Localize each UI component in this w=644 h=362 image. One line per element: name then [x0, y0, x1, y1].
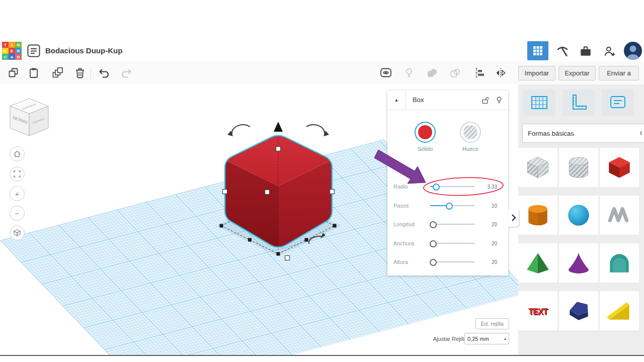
shape-roof[interactable] — [600, 243, 639, 283]
list-icon — [27, 44, 40, 57]
snap-grid-value: 0,25 mm — [467, 336, 489, 342]
radius-value[interactable]: 3.33 — [477, 177, 497, 196]
edit-grid-button[interactable]: Ed. rejilla — [475, 318, 509, 329]
slider-row-steps: Pasos 10 — [387, 197, 508, 216]
import-button[interactable]: Importar — [518, 66, 555, 80]
mirror-button[interactable] — [492, 64, 509, 81]
shape-category-select[interactable]: Formas básicas ▲▼ — [522, 124, 644, 143]
shape-category-value: Formas básicas — [528, 130, 574, 137]
height-cone-handle — [274, 122, 283, 132]
slider-row-length: Longitud 20 — [387, 215, 508, 234]
shape-cylinder-hole[interactable] — [559, 148, 598, 187]
light-toggle-button[interactable] — [400, 64, 418, 81]
collapse-inspector-button[interactable]: ▲ — [387, 90, 406, 110]
steps-slider[interactable] — [430, 205, 474, 206]
paste-button[interactable] — [25, 64, 42, 81]
shape-wedge[interactable] — [600, 291, 639, 330]
shape-box[interactable] — [600, 148, 639, 187]
export-button[interactable]: Exportar — [558, 66, 596, 80]
dropdown-arrow-icon: ▴ — [504, 336, 506, 341]
hole-option[interactable]: Hueco — [450, 122, 491, 152]
hide-shape-button[interactable] — [495, 96, 503, 104]
height-slider[interactable] — [430, 261, 474, 262]
notes-tool-button[interactable] — [602, 89, 634, 116]
height-slider-handle[interactable] — [430, 259, 437, 266]
radius-slider-handle[interactable] — [433, 184, 440, 191]
width-slider[interactable] — [430, 243, 474, 244]
length-slider[interactable] — [430, 224, 474, 225]
pickaxe-icon — [556, 45, 569, 58]
ungroup-button[interactable] — [447, 64, 464, 81]
eye-icon — [379, 67, 392, 79]
logo-letter: E — [9, 48, 15, 54]
tinkercad-logo[interactable]: T I N K E R C A D — [2, 42, 22, 60]
wedge-icon — [605, 297, 633, 325]
group-button[interactable] — [424, 64, 441, 81]
hole-radio[interactable] — [460, 122, 481, 143]
steps-slider-handle[interactable] — [446, 203, 453, 210]
inspector-header: ▲ Box — [387, 90, 508, 110]
briefcase-icon — [579, 45, 592, 58]
copy-button[interactable] — [5, 64, 22, 81]
shape-box-hole[interactable] — [518, 148, 557, 187]
classes-button[interactable] — [579, 44, 593, 58]
scribble-icon — [605, 201, 633, 229]
select-arrows-icon: ▲▼ — [639, 131, 642, 136]
trash-icon — [74, 67, 86, 79]
duplicate-button[interactable] — [49, 64, 66, 81]
collapse-shapes-panel-button[interactable] — [508, 209, 519, 227]
length-slider-handle[interactable] — [430, 221, 437, 228]
snap-grid-label: Ajustar Rejilla — [433, 334, 467, 344]
shape-polygon[interactable] — [559, 291, 598, 330]
blocks-editor-button[interactable] — [555, 44, 570, 58]
shape-pyramid[interactable] — [518, 243, 557, 283]
pyramid-icon — [524, 249, 552, 277]
align-icon — [473, 67, 486, 79]
dashboard-grid-button[interactable] — [527, 41, 548, 60]
workplane-grid-icon — [530, 93, 549, 112]
width-slider-handle[interactable] — [430, 240, 437, 247]
solid-option[interactable]: Sólido — [405, 122, 445, 152]
solid-radio[interactable] — [415, 122, 436, 143]
length-value[interactable]: 20 — [477, 215, 497, 234]
invite-user-button[interactable] — [603, 44, 617, 58]
copy-icon — [8, 67, 20, 79]
user-avatar[interactable] — [624, 42, 642, 60]
delete-button[interactable] — [71, 64, 89, 81]
shape-cylinder[interactable] — [518, 196, 557, 235]
lock-button[interactable] — [481, 96, 489, 104]
snap-grid-select[interactable]: 0,25 mm ▴ — [464, 333, 509, 344]
align-button[interactable] — [471, 64, 488, 81]
solid-color-swatch — [418, 125, 432, 139]
inspector-title: Box — [413, 90, 424, 110]
shape-cone[interactable] — [559, 243, 598, 283]
steps-value[interactable]: 10 — [477, 197, 497, 215]
send-to-button[interactable]: Enviar a — [599, 66, 639, 80]
undo-button[interactable] — [96, 64, 113, 81]
view-cube[interactable]: SUPERIOR DETRÁS IZQUIERDA — [6, 96, 52, 140]
text-shape-icon: TEXT TEXT — [524, 297, 552, 325]
radius-slider[interactable] — [430, 186, 474, 187]
slider-label: Radio — [393, 177, 408, 196]
roof-icon — [605, 249, 633, 277]
solid-label: Sólido — [405, 146, 445, 152]
chevron-right-icon — [511, 214, 517, 222]
workplane-tool-button[interactable] — [523, 89, 555, 116]
shape-library-panel: Formas básicas ▲▼ — [518, 84, 644, 355]
redo-button[interactable] — [118, 64, 135, 81]
slider-label: Anchura — [393, 234, 414, 253]
show-all-button[interactable] — [377, 64, 394, 81]
logo-letter: I — [9, 42, 15, 48]
design-menu-button[interactable] — [27, 44, 40, 57]
cylinder-icon — [524, 201, 552, 229]
logo-letter: D — [15, 54, 22, 60]
shape-text[interactable]: TEXT TEXT — [518, 291, 557, 330]
design-title[interactable]: Bodacious Duup-Kup — [45, 40, 122, 61]
width-value[interactable]: 20 — [477, 234, 497, 253]
height-value[interactable]: 20 — [477, 253, 497, 272]
header-bar: T I N K E R C A D Bodacious Duup-Kup — [0, 40, 644, 62]
shape-sphere[interactable] — [559, 196, 598, 235]
shape-scribble[interactable] — [600, 196, 639, 235]
ruler-tool-button[interactable] — [562, 89, 595, 116]
logo-letter: R — [15, 48, 22, 54]
